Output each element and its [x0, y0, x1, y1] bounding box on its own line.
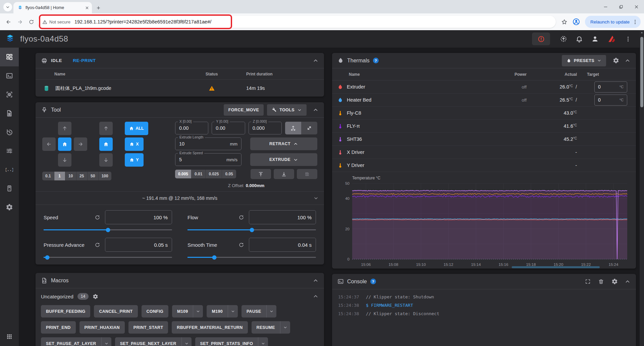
browser-menu-icon[interactable] [632, 19, 638, 25]
user-account-icon[interactable] [591, 35, 599, 43]
macro-button-set_print_stats_info[interactable]: SET_PRINT_STATS_INFO [195, 337, 268, 346]
macro-button-set_pause_at_layer[interactable]: SET_PAUSE_AT_LAYER [41, 337, 111, 346]
target-temp-field[interactable]: 0°C [594, 95, 627, 106]
help-badge[interactable]: ? [373, 58, 379, 63]
slider-thumb[interactable] [106, 228, 110, 232]
slider-thumb[interactable] [45, 255, 50, 260]
app-menu-icon[interactable] [625, 36, 631, 42]
jog-y-minus-button[interactable] [58, 153, 71, 167]
move-step-10[interactable]: 10 [65, 172, 76, 180]
sidebar-item-system[interactable] [0, 179, 19, 198]
reset-icon[interactable] [238, 242, 244, 248]
collapse-group-icon[interactable] [313, 293, 319, 299]
z-step-0.01[interactable]: 0.01 [192, 170, 206, 178]
reset-icon[interactable] [238, 215, 244, 220]
speed-summary-bar[interactable]: ~ 191.4 mm @ 12 mm³/s, 168 mm/s [36, 191, 324, 205]
window-minimize-button[interactable] [598, 0, 613, 13]
tab-close-icon[interactable] [85, 6, 89, 10]
target-temp-field[interactable]: 0°C [594, 81, 627, 93]
home-y-button[interactable]: Y [125, 153, 144, 167]
slider-track[interactable] [44, 257, 172, 258]
home-z-button[interactable] [99, 137, 113, 151]
jog-x-plus-button[interactable] [74, 137, 87, 151]
sidebar-item-jobs[interactable] [0, 104, 19, 123]
macro-dropdown-toggle[interactable] [266, 305, 276, 318]
sidebar-item-configuration[interactable]: {..} [0, 160, 19, 179]
slider-track[interactable] [187, 229, 316, 230]
absolute-positioning-toggle[interactable] [285, 122, 301, 134]
z-position-field[interactable]: Z [0.000]0.000 [249, 122, 282, 134]
relative-positioning-toggle[interactable] [301, 122, 317, 134]
sidebar-item-history[interactable] [0, 123, 19, 141]
reset-icon[interactable] [95, 215, 100, 220]
sidebar-item-settings[interactable] [0, 198, 19, 217]
macro-dropdown-toggle[interactable] [280, 321, 290, 334]
retract-button[interactable]: RETRACT [250, 137, 317, 150]
slider-value-field[interactable]: 0.05 s [105, 238, 172, 252]
sidebar-item-console[interactable] [0, 66, 19, 85]
z-offset-down-button[interactable] [274, 169, 294, 179]
help-badge[interactable]: ? [370, 279, 376, 284]
reset-icon[interactable] [95, 242, 100, 248]
collapse-panel-icon[interactable] [625, 279, 631, 285]
thermals-settings-gear-icon[interactable] [613, 57, 619, 64]
macro-button-set_pause_next_layer[interactable]: SET_PAUSE_NEXT_LAYER [115, 337, 192, 346]
macro-button-print_start[interactable]: PRINT_START [128, 321, 168, 334]
console-output[interactable]: 15:24:37// Klipper state: Shutdown 15:24… [332, 289, 636, 321]
slider-track[interactable] [187, 257, 316, 258]
macro-button-pause[interactable]: PAUSE [241, 305, 276, 318]
macro-button-buffer_feeding[interactable]: BUFFER_FEEDING [41, 305, 90, 318]
fullscreen-icon[interactable] [585, 279, 591, 284]
upload-update-icon[interactable] [560, 35, 567, 43]
reprint-button[interactable]: RE-PRINT [73, 58, 96, 63]
tools-dropdown-button[interactable]: TOOLS [267, 104, 307, 116]
macro-button-print_end[interactable]: PRINT_END [41, 321, 76, 334]
move-step-25[interactable]: 25 [76, 172, 88, 180]
move-step-50[interactable]: 50 [88, 172, 99, 180]
jog-y-plus-button[interactable] [58, 122, 71, 135]
back-button[interactable] [3, 16, 14, 27]
z-step-0.005[interactable]: 0.005 [175, 170, 192, 178]
profile-avatar-icon[interactable] [572, 18, 580, 26]
collapse-panel-icon[interactable] [625, 58, 631, 64]
temperature-chart[interactable]: 15:0615:0815:1015:1215:1415:1615:1815:20… [332, 172, 636, 269]
extrude-speed-field[interactable]: Extrude Speed5mm/s [175, 153, 241, 166]
slider-thumb[interactable] [212, 255, 217, 260]
macro-button-resume[interactable]: RESUME [252, 321, 290, 334]
macro-button-m109[interactable]: M109 [172, 305, 203, 318]
extrude-length-field[interactable]: Extrude Length10mm [175, 137, 241, 150]
browser-tab[interactable]: flyos-0a4d58 | Home [13, 2, 92, 13]
force-move-button[interactable]: FORCE_MOVE [224, 104, 264, 116]
scrollbar-thumb[interactable] [640, 37, 643, 107]
app-logo-icon[interactable] [5, 34, 15, 44]
slider-track[interactable] [44, 229, 172, 230]
slider-value-field[interactable]: 0.04 s [249, 238, 316, 252]
move-step-100[interactable]: 100 [99, 172, 111, 180]
slider-thumb[interactable] [250, 228, 254, 232]
relaunch-to-update-button[interactable]: Relaunch to update [585, 16, 641, 28]
scrollbar-up-arrow[interactable] [640, 31, 644, 34]
z-offset-save-button[interactable] [297, 169, 317, 179]
refresh-button[interactable] [25, 16, 37, 27]
clear-console-trash-icon[interactable] [598, 279, 604, 285]
console-settings-gear-icon[interactable] [611, 278, 618, 285]
macro-button-cancel_print[interactable]: CANCEL_PRINT [94, 305, 138, 318]
collapse-panel-icon[interactable] [313, 278, 319, 284]
jog-z-minus-button[interactable] [99, 153, 113, 167]
window-close-button[interactable] [629, 0, 644, 13]
page-scrollbar[interactable] [640, 30, 644, 346]
z-step-0.05[interactable]: 0.05 [222, 170, 236, 178]
macro-dropdown-toggle[interactable] [193, 305, 203, 318]
emergency-stop-button[interactable] [532, 33, 550, 45]
not-secure-chip[interactable]: Not secure [42, 19, 74, 24]
address-bar[interactable]: Not secure 192.168.1.125/?printer=24282e… [38, 16, 556, 28]
sidebar-item-gcode-preview[interactable] [0, 85, 19, 104]
window-restore-button[interactable] [613, 0, 629, 13]
macro-button-rbuffer_material_return[interactable]: RBUFFER_MATERIAL_RETURN [172, 321, 248, 334]
home-xy-button[interactable] [58, 137, 71, 151]
forward-button[interactable] [14, 16, 25, 27]
macro-dropdown-toggle[interactable] [258, 337, 268, 346]
jog-z-plus-button[interactable] [99, 122, 113, 135]
x-position-field[interactable]: X [0.00]0.00 [175, 122, 208, 134]
sidebar-item-dashboard[interactable] [0, 48, 19, 66]
